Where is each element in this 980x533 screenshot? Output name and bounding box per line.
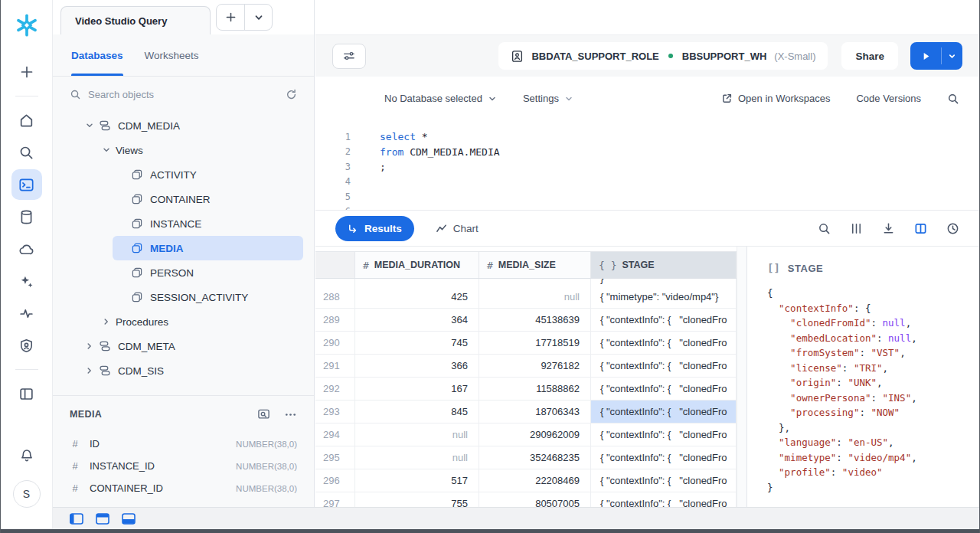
- stage-cell[interactable]: { "contextInfo": { "clonedFro: [591, 492, 737, 507]
- chevron-down-icon[interactable]: [85, 121, 99, 130]
- editor-line[interactable]: 1select *: [315, 129, 979, 145]
- editor-line[interactable]: 4: [315, 175, 979, 190]
- tree-item-container[interactable]: CONTAINER: [113, 187, 303, 211]
- table-scrollbar[interactable]: [737, 247, 746, 507]
- column-header-media_duration[interactable]: #MEDIA_DURATION: [355, 252, 479, 278]
- preview-search-icon[interactable]: [257, 408, 270, 421]
- share-button[interactable]: Share: [841, 42, 898, 70]
- stage-cell[interactable]: { "contextInfo": { "clonedFro: [591, 423, 737, 446]
- new-tab-plus-icon[interactable]: [217, 5, 244, 30]
- column-header-media_size[interactable]: #MEDIA_SIZE: [479, 252, 591, 278]
- table-row[interactable]: 288425null{ "mimetype": "video/mp4"}: [315, 286, 737, 309]
- media-duration-cell[interactable]: 517: [355, 469, 479, 492]
- layout-left-panel-icon[interactable]: [70, 513, 83, 525]
- table-row[interactable]: 2913669276182{ "contextInfo": { "clonedF…: [315, 355, 737, 378]
- media-duration-cell[interactable]: 745: [355, 332, 479, 354]
- media-duration-cell[interactable]: 364: [355, 309, 479, 331]
- media-duration-cell[interactable]: 366: [355, 355, 479, 377]
- chevron-right-icon[interactable]: [85, 342, 99, 351]
- tree-item-cdm_sis[interactable]: CDM_SIS: [80, 358, 303, 383]
- row-number-header[interactable]: [315, 252, 355, 278]
- media-size-cell[interactable]: 9276182: [479, 355, 591, 377]
- tab-list-chevron-icon[interactable]: [244, 5, 272, 30]
- stage-cell[interactable]: { "mimetype": "video/mp4"}: [591, 286, 737, 308]
- open-in-workspaces-link[interactable]: Open in Workspaces: [721, 93, 830, 104]
- tree-item-media[interactable]: MEDIA: [113, 236, 303, 260]
- tree-item-cdm_media[interactable]: CDM_MEDIA: [80, 113, 303, 138]
- chevron-right-icon[interactable]: [102, 317, 116, 326]
- settings-menu[interactable]: Settings: [523, 93, 573, 104]
- tab-worksheets[interactable]: Worksheets: [145, 34, 199, 76]
- display-settings-button[interactable]: [332, 44, 366, 69]
- stage-cell[interactable]: { "contextInfo": { "clonedFro: [591, 378, 737, 400]
- schema-column-row[interactable]: #INSTANCE_IDNUMBER(38,0): [70, 455, 297, 477]
- tree-item-session_activity[interactable]: SESSION_ACTIVITY: [113, 285, 303, 309]
- database-selector[interactable]: No Database selected: [384, 93, 497, 104]
- media-duration-cell[interactable]: null: [355, 446, 479, 469]
- table-row[interactable]: }: [315, 279, 737, 286]
- tab-chart[interactable]: Chart: [436, 223, 479, 234]
- table-row[interactable]: 29651722208469{ "contextInfo": { "cloned…: [315, 469, 737, 492]
- media-size-cell[interactable]: 80507005: [479, 492, 591, 507]
- editor-line[interactable]: 6: [315, 204, 979, 211]
- stage-cell[interactable]: { "contextInfo": { "clonedFro: [591, 332, 737, 354]
- activity-monitor-icon[interactable]: [11, 298, 42, 329]
- editor-line[interactable]: 5: [315, 189, 979, 204]
- tree-item-activity[interactable]: ACTIVITY: [113, 162, 303, 187]
- table-row[interactable]: 295null352468235{ "contextInfo": { "clon…: [315, 446, 737, 469]
- media-duration-cell[interactable]: 755: [355, 492, 479, 507]
- schema-column-row[interactable]: #OWNER_PERSON_IDNUMBER(38,0): [70, 499, 297, 507]
- media-size-cell[interactable]: null: [479, 286, 591, 308]
- stage-cell[interactable]: { "contextInfo": { "clonedFro: [591, 469, 737, 492]
- media-duration-cell[interactable]: 167: [355, 378, 479, 400]
- layout-bottom-panel-icon[interactable]: [122, 513, 136, 525]
- schema-column-row[interactable]: #IDNUMBER(38,0): [70, 433, 297, 455]
- refresh-icon[interactable]: [286, 89, 297, 100]
- projects-worksheets-icon[interactable]: [11, 169, 42, 200]
- code-versions-link[interactable]: Code Versions: [856, 93, 921, 104]
- media-duration-cell[interactable]: [355, 279, 479, 286]
- table-row[interactable]: 29216711588862{ "contextInfo": { "cloned…: [315, 378, 737, 401]
- worksheet-tab[interactable]: Video Studio Query: [60, 6, 211, 34]
- layout-top-panel-icon[interactable]: [96, 513, 109, 525]
- media-size-cell[interactable]: 352468235: [479, 446, 591, 469]
- governance-shield-icon[interactable]: [11, 330, 42, 361]
- tree-item-instance[interactable]: INSTANCE: [113, 211, 303, 236]
- media-duration-cell[interactable]: 845: [355, 401, 479, 423]
- more-options-icon[interactable]: [284, 408, 297, 421]
- columns-icon[interactable]: [850, 222, 863, 235]
- media-size-cell[interactable]: 17718519: [479, 332, 591, 354]
- history-clock-icon[interactable]: [946, 222, 959, 235]
- media-duration-cell[interactable]: null: [355, 423, 479, 446]
- media-size-cell[interactable]: 11588862: [479, 378, 591, 400]
- cloud-icon[interactable]: [11, 234, 42, 264]
- stage-cell[interactable]: { "contextInfo": { "clonedFro: [591, 355, 737, 377]
- editor-search-icon[interactable]: [947, 93, 959, 105]
- search-objects-input[interactable]: [88, 89, 279, 100]
- table-row[interactable]: 294null290962009{ "contextInfo": { "clon…: [315, 423, 737, 446]
- create-plus-icon[interactable]: [11, 57, 42, 87]
- ai-sparkles-icon[interactable]: [11, 266, 42, 296]
- table-row[interactable]: 29775580507005{ "contextInfo": { "cloned…: [315, 492, 737, 507]
- tree-item-person[interactable]: PERSON: [113, 260, 303, 285]
- tree-item-cdm_meta[interactable]: CDM_META: [80, 334, 303, 358]
- stage-cell[interactable]: { "contextInfo": { "clonedFro: [591, 446, 737, 469]
- data-database-icon[interactable]: [11, 201, 42, 232]
- home-icon[interactable]: [11, 105, 42, 136]
- column-header-stage[interactable]: { }STAGE: [591, 252, 737, 278]
- media-size-cell[interactable]: 290962009: [479, 423, 591, 446]
- editor-line[interactable]: 2from CDM_MEDIA.MEDIA: [315, 145, 979, 160]
- snowflake-logo-icon[interactable]: [14, 12, 40, 38]
- context-selector[interactable]: BBDATA_SUPPORT_ROLE BBSUPPORT_WH (X-Smal…: [498, 42, 828, 70]
- stage-cell[interactable]: { "contextInfo": { "clonedFro: [591, 309, 737, 331]
- table-row[interactable]: 29384518706343{ "contextInfo": { "cloned…: [315, 401, 737, 423]
- stage-cell[interactable]: { "contextInfo": { "clonedFro: [591, 401, 737, 423]
- media-size-cell[interactable]: 45138639: [479, 309, 591, 331]
- panel-toggle-icon[interactable]: [11, 378, 42, 409]
- media-size-cell[interactable]: [479, 279, 591, 286]
- media-size-cell[interactable]: 22208469: [479, 469, 591, 492]
- user-avatar[interactable]: S: [13, 480, 41, 508]
- chevron-down-icon[interactable]: [102, 146, 116, 155]
- tab-results[interactable]: Results: [335, 216, 414, 241]
- results-search-icon[interactable]: [818, 222, 831, 235]
